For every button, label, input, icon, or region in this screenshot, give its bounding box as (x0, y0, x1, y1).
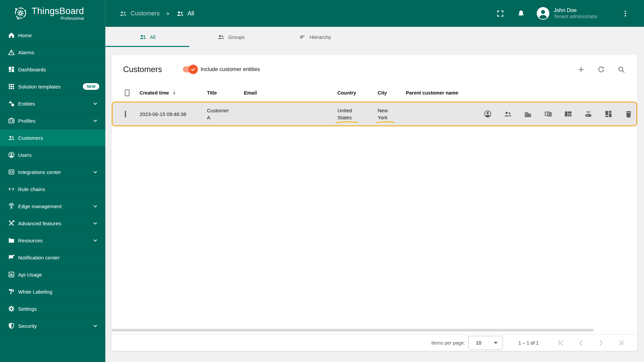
next-page-button[interactable] (593, 335, 609, 351)
breadcrumb-all[interactable]: All (176, 9, 194, 17)
items-per-page-select[interactable]: 10 (468, 336, 503, 350)
thingsboard-logo-icon (13, 6, 28, 21)
select-all-checkbox[interactable] (125, 89, 129, 96)
manage-assets-icon (524, 110, 532, 118)
account-circle-icon (8, 151, 15, 159)
thingsboard-app: ThingsBoard Professional Customers > All (0, 0, 644, 362)
manage-devices-button[interactable] (540, 106, 556, 122)
horizontal-scrollbar-thumb[interactable] (112, 329, 594, 331)
manage-widgets-icon (604, 110, 613, 118)
integration-icon (8, 168, 15, 176)
delete-icon (624, 110, 633, 118)
sidebar-item-dashboards[interactable]: Dashboards (0, 61, 105, 78)
brand-name: ThingsBoard (32, 6, 84, 16)
manage-users-icon (483, 110, 492, 118)
sidebar-item-edge-management[interactable]: Edge management (0, 198, 105, 215)
sidebar-item-notification-center[interactable]: Notification center (0, 249, 105, 266)
cell-country: United States (337, 107, 378, 121)
people-icon (176, 9, 184, 17)
more-menu-button[interactable] (619, 7, 632, 20)
tab-all[interactable]: All (105, 27, 189, 47)
sidebar-item-integrations-center[interactable]: Integrations center (0, 164, 105, 181)
top-bar-actions: John Doe Tenant administrator (494, 0, 644, 27)
breadcrumb-customers[interactable]: Customers (119, 9, 160, 17)
include-customer-entities-toggle[interactable] (183, 66, 197, 72)
sidebar-item-customers[interactable]: Customers (0, 129, 105, 146)
tab-label: All (150, 34, 156, 40)
delete-button[interactable] (621, 106, 637, 122)
manage-dashboards-button[interactable] (560, 106, 576, 122)
tab-label: Hierarchy (310, 34, 331, 40)
manage-users-button[interactable] (480, 106, 496, 122)
user-menu[interactable]: John Doe Tenant administrator (554, 7, 598, 20)
search-button[interactable] (614, 63, 628, 76)
manage-dashboards-icon (564, 110, 573, 118)
user-role: Tenant administrator (554, 13, 598, 20)
last-page-button[interactable] (613, 335, 629, 351)
page-range-label: 1 – 1 of 1 (519, 340, 539, 346)
tab-groups[interactable]: Groups (189, 27, 273, 47)
column-email[interactable]: Email (244, 90, 337, 96)
sidebar-item-alarms[interactable]: Alarms (0, 44, 105, 61)
manage-edges-icon (584, 110, 593, 118)
first-page-button[interactable] (553, 335, 569, 351)
warning-icon (8, 49, 15, 56)
fullscreen-button[interactable] (494, 7, 507, 20)
column-country[interactable]: Country (337, 90, 378, 96)
cell-city: New York (378, 107, 406, 121)
refresh-icon (597, 65, 605, 74)
breadcrumb-label: Customers (130, 10, 160, 17)
gear-icon (8, 305, 15, 312)
sidebar-item-home[interactable]: Home (0, 27, 105, 44)
top-bar: ThingsBoard Professional Customers > All (0, 0, 644, 27)
prev-page-button[interactable] (573, 335, 589, 351)
paginator: Items per page: 10 1 – 1 of 1 (112, 334, 637, 351)
column-title[interactable]: Title (207, 90, 244, 96)
sidebar-item-resources[interactable]: Resources (0, 232, 105, 249)
avatar[interactable] (537, 7, 549, 20)
annotation-underline (376, 121, 395, 124)
sidebar-item-security[interactable]: Security (0, 317, 105, 335)
sidebar-item-profiles[interactable]: Profiles (0, 112, 105, 129)
people-icon (119, 9, 127, 17)
user-name: John Doe (554, 7, 598, 13)
row-checkbox[interactable] (125, 111, 126, 118)
panel-actions (574, 63, 628, 76)
paint-roller-icon (8, 288, 15, 295)
tab-hierarchy[interactable]: Hierarchy (273, 27, 357, 47)
folder-icon (8, 237, 15, 244)
prev-page-icon (577, 339, 585, 347)
manage-assets-button[interactable] (520, 106, 536, 122)
check-icon (191, 67, 196, 72)
sidebar-item-entities[interactable]: Entities (0, 95, 105, 112)
sidebar-item-api-usage[interactable]: Api Usage (0, 266, 105, 283)
toggle-label: Include customer entities (201, 66, 260, 72)
hierarchy-icon (299, 33, 306, 41)
sidebar-item-white-labeling[interactable]: White Labeling (0, 283, 105, 300)
manage-edges-button[interactable] (580, 106, 596, 122)
breadcrumb-label: All (187, 10, 194, 17)
apps-grid-icon (8, 83, 15, 90)
manage-customers-button[interactable] (500, 106, 516, 122)
logo[interactable]: ThingsBoard Professional (0, 0, 105, 27)
table-row[interactable]: 2023-06-15 09:48:38 Customer A United St… (112, 102, 637, 126)
last-page-icon (617, 339, 626, 347)
sidebar-item-users[interactable]: Users (0, 146, 105, 164)
sidebar-item-solution-templates[interactable]: Solution templates NEW (0, 78, 105, 95)
refresh-button[interactable] (594, 63, 608, 76)
add-customer-button[interactable] (574, 63, 588, 76)
sidebar-item-settings[interactable]: Settings (0, 300, 105, 317)
sidebar-item-advanced-features[interactable]: Advanced features (0, 215, 105, 232)
add-icon (577, 65, 585, 74)
badge-icon (8, 117, 15, 124)
kebab-menu-icon (621, 9, 630, 18)
column-created-time[interactable]: Created time (140, 90, 207, 96)
antenna-icon (8, 202, 15, 210)
table-header: Created time Title Email Country City Pa… (112, 84, 637, 102)
notifications-button[interactable] (515, 7, 528, 20)
page-navigation (553, 335, 629, 351)
manage-widgets-button[interactable] (600, 106, 616, 122)
column-city[interactable]: City (378, 90, 406, 96)
column-parent-customer-name[interactable]: Parent customer name (406, 90, 480, 96)
sidebar-item-rule-chains[interactable]: Rule chains (0, 181, 105, 198)
